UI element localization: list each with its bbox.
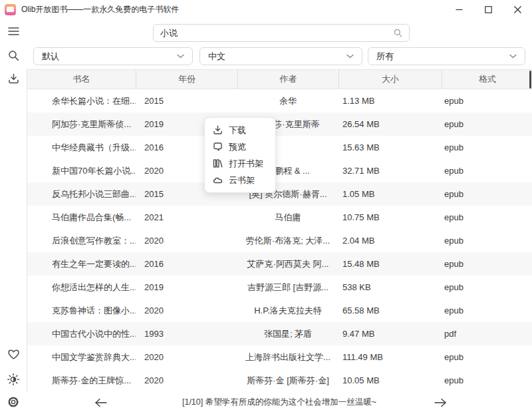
format-dropdown[interactable]: 所有: [368, 47, 525, 65]
arrow-right-icon: [434, 398, 447, 407]
table-row[interactable]: 阿加莎·克里斯蒂侦... 2019 阿加莎·克里斯蒂 26.54 MB epub: [27, 112, 532, 136]
table-row[interactable]: 马伯庸作品合集(畅... 2021 马伯庸 10.75 MB epub: [27, 206, 532, 229]
cell-format: pdf: [442, 322, 532, 345]
table-header-row: 书名 年份 作者 大小 格式: [27, 69, 532, 89]
settings-gear-icon: [7, 396, 19, 408]
cell-year: 1993: [136, 322, 237, 345]
theme-toggle-button[interactable]: [7, 373, 20, 386]
cell-title: 新中国70年长篇小说...: [27, 159, 136, 182]
cell-format: epub: [442, 182, 532, 206]
maximize-icon: [485, 6, 492, 13]
search-input[interactable]: 小说: [153, 24, 410, 42]
cell-title: 余华长篇小说：在细...: [27, 89, 136, 112]
table-row[interactable]: 反乌托邦小说三部曲... 2015 [英] 奥尔德斯·赫胥... 1.05 MB…: [27, 182, 532, 206]
cell-size: 9.47 MB: [338, 322, 442, 345]
table-row[interactable]: 斯蒂芬·金的王牌惊... 2020 斯蒂芬·金 [斯蒂芬·金] 10.05 MB…: [27, 369, 532, 392]
table-row[interactable]: 中国文学鉴赏辞典大... 2020 上海辞书出版社文学... 111.49 MB…: [27, 345, 532, 369]
context-menu-label: 预览: [229, 141, 246, 153]
column-header-title[interactable]: 书名: [27, 70, 136, 89]
downloads-icon: [8, 73, 19, 85]
cell-author: 艾萨克·阿西莫夫 阿...: [237, 252, 338, 276]
cell-title: 克苏鲁神话：图像小...: [27, 299, 136, 322]
arrow-left-icon: [94, 398, 108, 407]
cell-size: 1.05 MB: [338, 182, 442, 206]
cell-title: 马伯庸作品合集(畅...: [27, 206, 136, 229]
cell-format: epub: [442, 136, 532, 159]
cell-author: 斯蒂芬·金 [斯蒂芬·金]: [237, 369, 338, 392]
cell-year: 2020: [136, 345, 237, 369]
cell-title: 阿加莎·克里斯蒂侦...: [27, 112, 136, 136]
settings-button[interactable]: [7, 395, 20, 409]
cell-author: H.P.洛夫克拉夫特: [237, 299, 338, 322]
column-header-format[interactable]: 格式: [442, 70, 532, 89]
menu-button[interactable]: [7, 25, 20, 38]
cell-size: 538 KB: [338, 276, 442, 299]
title-bar: Olib开放图书——一款永久免费的电子书软件: [0, 0, 532, 19]
column-header-size[interactable]: 大小: [338, 70, 442, 89]
context-menu-item-cloud-shelf[interactable]: 云书架: [205, 172, 275, 188]
context-menu-item-preview[interactable]: 预览: [205, 138, 275, 155]
bookshelf-icon: [213, 158, 223, 168]
table-row[interactable]: 后浪创意写作教室：... 2020 劳伦斯·布洛克; 大泽... 2.04 MB…: [27, 229, 532, 252]
next-page-button[interactable]: [427, 393, 454, 412]
minimize-icon: [456, 6, 463, 13]
cell-format: epub: [442, 229, 532, 252]
cell-author: 上海辞书出版社文学...: [237, 345, 338, 369]
table-row[interactable]: 有生之年一定要读的... 2016 艾萨克·阿西莫夫 阿... 15.48 MB…: [27, 252, 532, 276]
sidebar-search-button[interactable]: [7, 49, 20, 62]
cell-size: 111.49 MB: [338, 345, 442, 369]
cell-author: 余华: [237, 89, 338, 112]
downloads-button[interactable]: [7, 72, 20, 85]
cell-year: 2019: [136, 276, 237, 299]
language-dropdown[interactable]: 中文: [200, 47, 362, 65]
search-value: 小说: [160, 27, 178, 39]
prev-page-button[interactable]: [88, 393, 114, 412]
cell-year: 2020: [136, 299, 237, 322]
cell-size: 1.13 MB: [338, 89, 442, 112]
close-button[interactable]: [503, 0, 532, 19]
window-controls: [444, 0, 532, 19]
cell-size: 10.05 MB: [338, 369, 442, 392]
table-row[interactable]: 中国古代小说中的性... 1993 张国星; 茅盾 9.47 MB pdf: [27, 322, 532, 345]
cell-size: 15.63 MB: [338, 136, 442, 159]
cell-size: 15.48 MB: [338, 252, 442, 276]
favorites-heart-icon: [8, 349, 19, 360]
cell-format: epub: [442, 345, 532, 369]
table-row[interactable]: 余华长篇小说：在细... 2015 余华 1.13 MB epub: [27, 89, 532, 112]
table-row[interactable]: 中华经典藏书（升级... 2016 15.63 MB epub: [27, 136, 532, 159]
cell-year: 2015: [136, 89, 237, 112]
cell-size: 10.75 MB: [338, 206, 442, 229]
minimize-button[interactable]: [444, 0, 473, 19]
table-row[interactable]: 新中国70年长篇小说... 2020 杜鹏程 & ... 32.71 MB ep…: [27, 159, 532, 182]
close-icon: [514, 6, 521, 13]
favorites-button[interactable]: [7, 348, 20, 361]
sort-dropdown[interactable]: 默认: [33, 47, 193, 65]
cell-format: epub: [442, 252, 532, 276]
table-row[interactable]: 你想活出怎样的人生... 2019 吉野源三郎 [吉野源... 538 KB e…: [27, 276, 532, 299]
theme-brightness-icon: [7, 373, 19, 385]
context-menu-item-download[interactable]: 下载: [205, 122, 275, 138]
window-title: Olib开放图书——一款永久免费的电子书软件: [21, 4, 179, 15]
cell-title: 中华经典藏书（升级...: [27, 136, 136, 159]
chevron-down-icon: [509, 54, 517, 59]
column-header-author[interactable]: 作者: [237, 70, 338, 89]
cell-year: 2020: [136, 369, 237, 392]
cell-size: 65.58 MB: [338, 299, 442, 322]
download-icon: [213, 125, 223, 135]
scrollbar-thumb[interactable]: [529, 71, 531, 89]
cell-author: 马伯庸: [237, 206, 338, 229]
language-dropdown-value: 中文: [208, 51, 225, 63]
cloud-shelf-icon: [213, 175, 223, 185]
maximize-button[interactable]: [473, 0, 503, 19]
search-icon[interactable]: [394, 29, 402, 37]
context-menu-label: 打开书架: [229, 158, 263, 170]
cell-title: 中国文学鉴赏辞典大...: [27, 345, 136, 369]
table-row[interactable]: 克苏鲁神话：图像小... 2020 H.P.洛夫克拉夫特 65.58 MB ep…: [27, 299, 532, 322]
cell-title: 中国古代小说中的性...: [27, 322, 136, 345]
context-menu: 下载 预览 打开书架 云书架: [204, 117, 276, 193]
column-header-year[interactable]: 年份: [136, 70, 237, 89]
menu-icon: [8, 27, 19, 36]
context-menu-item-open-bookshelf[interactable]: 打开书架: [205, 155, 275, 172]
cell-year: 2020: [136, 229, 237, 252]
context-menu-label: 下载: [229, 124, 246, 136]
